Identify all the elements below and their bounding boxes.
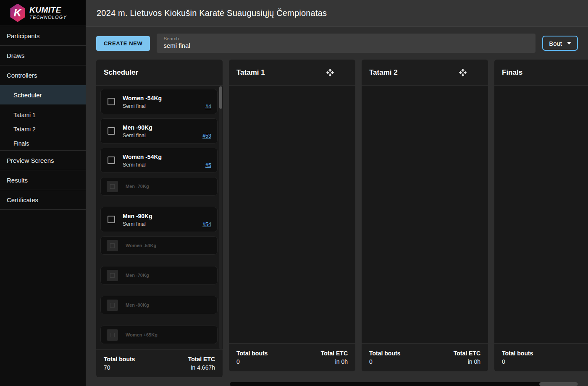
tatami-2-title: Tatami 2	[369, 68, 457, 77]
brand-letter: K	[14, 6, 22, 19]
search-input-label: Search	[163, 36, 529, 41]
total-etc-value: in 4.667h	[188, 363, 215, 372]
total-bouts-value: 0	[236, 357, 268, 366]
sidebar-item-tatami-1[interactable]: Tatami 1	[0, 108, 86, 122]
total-etc-value: in 0h	[454, 357, 480, 366]
total-bouts-value: 0	[502, 357, 533, 366]
sidebar-item-participants[interactable]: Participants	[0, 26, 86, 46]
brand-hexagon-icon: K	[9, 4, 26, 22]
bout-card-title: Men -90Kg	[123, 124, 217, 131]
total-bouts-label: Total bouts	[236, 349, 268, 357]
bout-checkbox[interactable]	[108, 98, 115, 105]
brand-text: KUMITE TECHNOLOGY	[29, 6, 67, 20]
finals-footer: Total bouts 0	[494, 343, 588, 371]
sidebar-item-tatami-2[interactable]: Tatami 2	[0, 122, 86, 136]
sidebar-item-scheduler[interactable]: Scheduler	[0, 85, 86, 104]
move-icon[interactable]	[324, 67, 336, 78]
logo[interactable]: K KUMITE TECHNOLOGY	[0, 0, 86, 26]
bout-card[interactable]: Men -90Kg Semi final #53	[100, 118, 218, 143]
sidebar-item-finals[interactable]: Finals	[0, 136, 86, 151]
checkbox-placeholder-icon	[107, 270, 118, 281]
tatami-1-footer: Total bouts 0 Total ETC in 0h	[229, 343, 355, 371]
scheduler-card-list[interactable]: Women -54Kg Semi final #4 Men -90Kg Semi…	[96, 86, 223, 349]
finals-title: Finals	[502, 68, 588, 77]
horizontal-scrollbar-track[interactable]	[230, 382, 578, 386]
bout-card-title: Women -54Kg	[123, 95, 217, 102]
more-options-icon[interactable]	[336, 67, 348, 78]
bout-card-title: Women +65Kg	[126, 332, 158, 337]
checkbox-placeholder-icon	[107, 300, 118, 311]
bout-card-title: Women -54Kg	[126, 243, 156, 248]
chevron-down-icon	[567, 42, 571, 44]
sidebar-item-controllers[interactable]: Controllers	[0, 65, 86, 85]
bout-card-title: Men -70Kg	[126, 273, 149, 278]
tatami-2-footer: Total bouts 0 Total ETC in 0h	[362, 343, 488, 371]
bout-card-subtitle: Semi final	[123, 103, 217, 109]
tatami-1-dropzone[interactable]	[229, 86, 355, 343]
bout-dropdown[interactable]: Bout	[542, 36, 578, 51]
bout-card-disabled: Men -70Kg	[100, 177, 218, 196]
bout-card-title: Men -90Kg	[123, 213, 217, 219]
bout-card-disabled: Women -54Kg	[100, 236, 218, 255]
bout-card-disabled: Women +65Kg	[100, 326, 218, 344]
page-title: 2024 m. Lietuvos Kiokušin Karatė Suaugus…	[97, 8, 327, 18]
bout-dropdown-label: Bout	[549, 40, 562, 47]
scheduler-footer: Total bouts 70 Total ETC in 4.667h	[96, 349, 223, 377]
scheduler-column-header: Scheduler	[96, 60, 223, 86]
finals-header: Finals	[494, 60, 588, 86]
bout-checkbox[interactable]	[108, 127, 115, 135]
tatami-2-column: Tatami 2 Total bouts 0 Total ETC	[362, 60, 488, 371]
topbar: 2024 m. Lietuvos Kiokušin Karatė Suaugus…	[86, 0, 588, 27]
bout-card[interactable]: Women -54Kg Semi final #5	[100, 148, 218, 173]
app-root: K KUMITE TECHNOLOGY Participants Draws C…	[0, 0, 588, 386]
scheduler-column: Scheduler Women -54Kg Semi final #4	[96, 60, 223, 377]
bout-card[interactable]: Women -54Kg Semi final #4	[100, 89, 218, 114]
bout-number-link[interactable]: #5	[205, 162, 211, 168]
checkbox-placeholder-icon	[107, 240, 118, 251]
create-new-button[interactable]: CREATE NEW	[96, 36, 150, 51]
tatami-1-column: Tatami 1 Total bouts 0 Total ETC	[229, 60, 355, 371]
sidebar-item-preview-screens[interactable]: Preview Screens	[0, 151, 86, 170]
search-input[interactable]: Search semi final	[157, 34, 536, 53]
total-bouts-label: Total bouts	[502, 349, 533, 357]
scheduler-column-title: Scheduler	[104, 68, 215, 77]
tatami-2-dropzone[interactable]	[362, 86, 488, 343]
bout-card-disabled: Men -90Kg	[100, 296, 218, 314]
bout-card[interactable]: Men -90Kg Semi final #54	[100, 207, 218, 232]
vertical-scrollbar-track[interactable]	[219, 86, 222, 349]
bout-card-title: Men -70Kg	[126, 184, 149, 189]
finals-dropzone[interactable]	[494, 86, 588, 343]
main-area: 2024 m. Lietuvos Kiokušin Karatė Suaugus…	[86, 0, 588, 386]
bout-card-title: Men -90Kg	[126, 303, 149, 308]
sidebar-item-certificates[interactable]: Certificates	[0, 190, 86, 210]
bout-number-link[interactable]: #4	[205, 104, 211, 110]
finals-column: Finals Total bouts 0	[494, 60, 588, 371]
tatami-1-header: Tatami 1	[229, 60, 355, 86]
sidebar: K KUMITE TECHNOLOGY Participants Draws C…	[0, 0, 86, 386]
boards-container: Scheduler Women -54Kg Semi final #4	[86, 60, 588, 377]
vertical-scrollbar-thumb[interactable]	[219, 86, 222, 109]
toolbar: CREATE NEW Search semi final Bout	[86, 27, 588, 60]
tatami-1-title: Tatami 1	[236, 68, 324, 77]
bout-number-link[interactable]: #54	[202, 222, 211, 227]
sidebar-item-results[interactable]: Results	[0, 170, 86, 190]
brand-name: KUMITE	[29, 6, 67, 14]
checkbox-placeholder-icon	[107, 181, 118, 192]
tatami-2-header: Tatami 2	[362, 60, 488, 86]
bout-card-disabled: Men -70Kg	[100, 266, 218, 284]
total-bouts-value: 70	[104, 363, 135, 372]
total-etc-value: in 0h	[321, 357, 348, 366]
total-etc-label: Total ETC	[188, 355, 215, 363]
total-etc-label: Total ETC	[454, 349, 480, 357]
bout-checkbox[interactable]	[108, 156, 115, 164]
more-options-icon[interactable]	[469, 67, 480, 78]
sidebar-item-draws[interactable]: Draws	[0, 46, 86, 65]
total-bouts-label: Total bouts	[369, 349, 400, 357]
bout-checkbox[interactable]	[108, 216, 115, 223]
total-bouts-label: Total bouts	[104, 355, 135, 363]
move-icon[interactable]	[457, 67, 469, 78]
bout-number-link[interactable]: #53	[202, 133, 211, 139]
horizontal-scrollbar-thumb[interactable]	[539, 382, 578, 386]
total-etc-label: Total ETC	[321, 349, 348, 357]
brand-subtitle: TECHNOLOGY	[29, 15, 67, 20]
